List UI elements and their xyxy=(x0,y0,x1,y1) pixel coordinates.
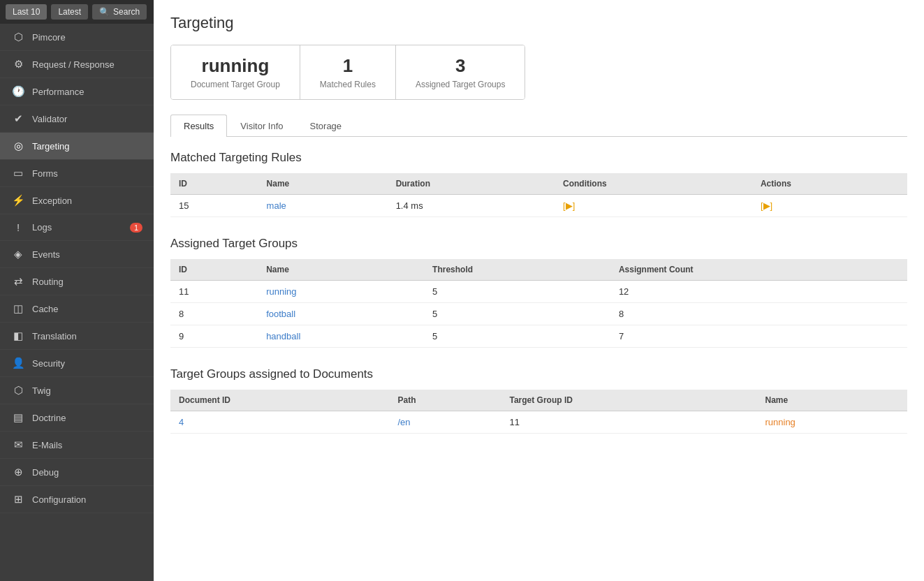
sidebar-item-translation[interactable]: ◧ Translation xyxy=(0,323,154,350)
sidebar-item-debug[interactable]: ⊕ Debug xyxy=(0,459,154,486)
atg-row-assignment-count: 12 xyxy=(610,281,907,303)
events-icon: ◈ xyxy=(11,248,25,260)
request-response-icon: ⚙ xyxy=(11,58,25,71)
sidebar-item-configuration[interactable]: ⊞ Configuration xyxy=(0,486,154,513)
sidebar-item-label: E-Mails xyxy=(32,440,62,450)
table-row: 15 male 1.4 ms [▶] [▶] xyxy=(170,195,907,217)
matched-rules-col-duration: Duration xyxy=(388,173,555,195)
sidebar-item-label: Exception xyxy=(32,196,72,206)
atg-row-id: 11 xyxy=(170,281,258,303)
sidebar-item-label: Translation xyxy=(32,331,77,341)
sidebar-item-routing[interactable]: ⇄ Routing xyxy=(0,268,154,295)
matched-rule-id: 15 xyxy=(170,195,258,217)
table-row: 8 football 5 8 xyxy=(170,303,907,325)
tabs: Results Visitor Info Storage xyxy=(170,114,907,137)
sidebar-item-label: Targeting xyxy=(32,141,69,152)
atg-row-assignment-count: 7 xyxy=(610,325,907,348)
assigned-target-groups-title: Assigned Target Groups xyxy=(170,237,907,251)
tab-storage[interactable]: Storage xyxy=(297,115,355,137)
atg-row-assignment-count: 8 xyxy=(610,303,907,325)
sidebar-item-cache[interactable]: ◫ Cache xyxy=(0,295,154,323)
pimcore-icon: ⬡ xyxy=(11,31,25,43)
debug-icon: ⊕ xyxy=(11,466,25,478)
matched-rules-col-actions: Actions xyxy=(752,173,907,195)
stat-value-document-target-group: running xyxy=(191,55,280,77)
tab-results[interactable]: Results xyxy=(170,115,227,137)
stat-label-document-target-group: Document Target Group xyxy=(191,80,280,89)
matched-targeting-rules-title: Matched Targeting Rules xyxy=(170,151,907,165)
atg-col-name: Name xyxy=(258,259,424,281)
table-row: 11 running 5 12 xyxy=(170,281,907,303)
last-10-button[interactable]: Last 10 xyxy=(6,4,47,20)
sidebar-item-twig[interactable]: ⬡ Twig xyxy=(0,377,154,404)
tgd-name-link[interactable]: running xyxy=(765,417,795,427)
forms-icon: ▭ xyxy=(11,167,25,179)
target-groups-documents-table: Document ID Path Target Group ID Name 4 … xyxy=(170,390,907,434)
latest-button[interactable]: Latest xyxy=(51,4,88,20)
sidebar-item-label: Security xyxy=(32,358,65,369)
sidebar-item-performance[interactable]: 🕐 Performance xyxy=(0,78,154,105)
sidebar-item-events[interactable]: ◈ Events xyxy=(0,241,154,268)
translation-icon: ◧ xyxy=(11,330,25,342)
tgd-col-target-group-id: Target Group ID xyxy=(501,390,756,411)
search-label: Search xyxy=(113,7,140,17)
stat-label-matched-rules: Matched Rules xyxy=(320,80,376,89)
search-icon: 🔍 xyxy=(99,7,110,17)
atg-name-link[interactable]: football xyxy=(266,309,295,319)
atg-row-id: 9 xyxy=(170,325,258,348)
tgd-row-target-group-id: 11 xyxy=(501,411,756,434)
stat-value-assigned-target-groups: 3 xyxy=(416,55,506,77)
tgd-row-path: /en xyxy=(389,411,501,434)
sidebar-item-security[interactable]: 👤 Security xyxy=(0,350,154,377)
atg-row-name: handball xyxy=(258,325,424,348)
tab-visitor-info[interactable]: Visitor Info xyxy=(227,115,296,137)
sidebar-item-forms[interactable]: ▭ Forms xyxy=(0,160,154,187)
sidebar-item-label: Performance xyxy=(32,87,84,97)
validator-icon: ✔ xyxy=(11,112,25,125)
twig-icon: ⬡ xyxy=(11,384,25,397)
matched-rules-col-id: ID xyxy=(170,173,258,195)
conditions-play-button[interactable]: [▶] xyxy=(563,200,575,211)
table-row: 9 handball 5 7 xyxy=(170,325,907,348)
page-title: Targeting xyxy=(170,14,907,32)
sidebar-item-label: Request / Response xyxy=(32,59,115,70)
sidebar-item-request-response[interactable]: ⚙ Request / Response xyxy=(0,51,154,78)
sidebar: Last 10 Latest 🔍 Search ⬡ Pimcore ⚙ Requ… xyxy=(0,0,154,581)
security-icon: 👤 xyxy=(11,357,25,369)
sidebar-item-label: Routing xyxy=(32,277,64,287)
sidebar-item-emails[interactable]: ✉ E-Mails xyxy=(0,432,154,459)
sidebar-item-logs[interactable]: ! Logs 1 xyxy=(0,214,154,241)
stat-card-assigned-target-groups: 3 Assigned Target Groups xyxy=(396,45,525,99)
tgd-path-link[interactable]: /en xyxy=(397,417,410,427)
tgd-document-id-link[interactable]: 4 xyxy=(179,417,184,427)
sidebar-item-targeting[interactable]: ◎ Targeting xyxy=(0,133,154,160)
routing-icon: ⇄ xyxy=(11,275,25,288)
sidebar-top: Last 10 Latest 🔍 Search xyxy=(0,0,154,24)
sidebar-item-label: Events xyxy=(32,249,60,260)
sidebar-item-exception[interactable]: ⚡ Exception xyxy=(0,187,154,214)
matched-rule-actions: [▶] xyxy=(752,195,907,217)
atg-row-name: running xyxy=(258,281,424,303)
atg-row-threshold: 5 xyxy=(424,281,610,303)
sidebar-item-doctrine[interactable]: ▤ Doctrine xyxy=(0,404,154,432)
tgd-row-name: running xyxy=(756,411,907,434)
stats-row: running Document Target Group 1 Matched … xyxy=(170,45,525,100)
atg-col-threshold: Threshold xyxy=(424,259,610,281)
sidebar-item-pimcore[interactable]: ⬡ Pimcore xyxy=(0,24,154,51)
actions-play-button[interactable]: [▶] xyxy=(761,200,772,211)
tgd-col-name: Name xyxy=(756,390,907,411)
matched-rule-name-link[interactable]: male xyxy=(267,200,286,211)
atg-col-assignment-count: Assignment Count xyxy=(610,259,907,281)
atg-name-link[interactable]: running xyxy=(266,286,296,297)
targeting-icon: ◎ xyxy=(11,140,25,152)
sidebar-item-label: Twig xyxy=(32,385,51,396)
sidebar-item-label: Cache xyxy=(32,304,59,314)
sidebar-item-label: Logs xyxy=(32,222,52,233)
logs-icon: ! xyxy=(11,221,25,233)
matched-rule-duration: 1.4 ms xyxy=(388,195,555,217)
search-button[interactable]: 🔍 Search xyxy=(92,4,147,20)
sidebar-item-validator[interactable]: ✔ Validator xyxy=(0,105,154,133)
tgd-col-path: Path xyxy=(389,390,501,411)
emails-icon: ✉ xyxy=(11,439,25,451)
atg-name-link[interactable]: handball xyxy=(266,331,300,341)
